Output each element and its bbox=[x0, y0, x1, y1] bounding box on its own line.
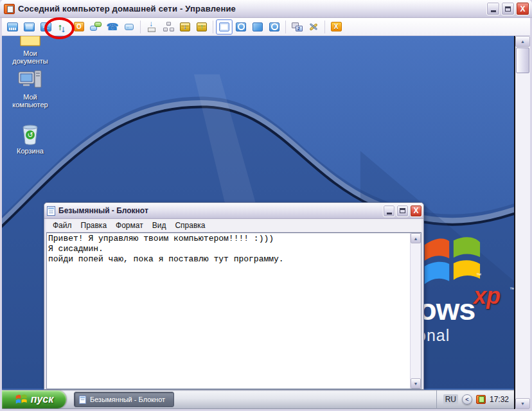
orange-x-icon: X bbox=[331, 22, 342, 31]
scrollbar-up-icon[interactable]: ▲ bbox=[515, 36, 530, 47]
app-toolbar: >_ ↑↓ O ☎ ↓ ↓ ↑ 2 X bbox=[2, 18, 530, 36]
menu-format[interactable]: Формат bbox=[112, 220, 147, 231]
view-vertical-scrollbar[interactable]: ▲ ▼ bbox=[515, 36, 530, 409]
message-bubble-icon bbox=[125, 24, 134, 30]
drop-to-box-icon: ↓ bbox=[147, 22, 156, 32]
dual-monitor-icon: 2 bbox=[292, 22, 303, 31]
chat-bubbles-icon bbox=[90, 22, 102, 31]
fullscreen-view-icon bbox=[253, 22, 263, 31]
svg-text:↺: ↺ bbox=[27, 131, 33, 139]
maximize-button[interactable] bbox=[501, 2, 515, 15]
taskbar-clock: 17:32 bbox=[490, 395, 509, 404]
remote-desktop-view[interactable]: ows ™ xp ™ onal Мои документы bbox=[2, 36, 515, 409]
stretch-view-icon bbox=[236, 22, 246, 31]
toolbar-separator bbox=[140, 21, 141, 33]
view-fullscreen-stretch-button[interactable] bbox=[266, 19, 283, 35]
desktop-icon-recycle-bin[interactable]: ↺ Корзина bbox=[6, 123, 55, 155]
computer-icon bbox=[6, 69, 55, 91]
scrollbar-down-icon[interactable]: ▼ bbox=[515, 398, 530, 409]
notepad-title: Безымянный - Блокнот bbox=[58, 206, 383, 215]
install-button[interactable]: ↓ bbox=[143, 19, 160, 35]
file-transfer-button[interactable]: ↑↓ bbox=[54, 19, 71, 35]
scroll-down-icon[interactable]: ▼ bbox=[411, 378, 421, 389]
upload-box-icon: ↑ bbox=[197, 22, 207, 31]
logo-text-fragment: ows bbox=[418, 292, 475, 327]
toolbar-separator bbox=[213, 21, 213, 33]
notepad-window: Безымянный - Блокнот X Файл Правка Форма… bbox=[44, 202, 424, 390]
app-titlebar[interactable]: Соседний компьютер домашней сети - Управ… bbox=[0, 0, 532, 18]
phone-icon: ☎ bbox=[107, 22, 119, 31]
network-nodes-icon bbox=[163, 22, 174, 31]
notepad-scrollbar[interactable]: ▲ ▼ bbox=[410, 233, 421, 389]
tools-wrench-icon bbox=[308, 22, 319, 31]
toolbar-separator bbox=[324, 21, 325, 33]
minimize-button[interactable] bbox=[486, 2, 500, 15]
logo-xp-text: xp bbox=[474, 283, 501, 310]
disconnect-button[interactable]: X bbox=[328, 19, 344, 35]
view-fullscreen-button[interactable] bbox=[249, 19, 266, 35]
view-stretch-button[interactable] bbox=[233, 19, 249, 35]
windows-flag-icon bbox=[15, 394, 28, 405]
monitor-icon bbox=[24, 22, 35, 31]
network-structure-button[interactable] bbox=[160, 19, 177, 35]
terminal-icon: >_ bbox=[40, 22, 51, 31]
options-button[interactable] bbox=[305, 19, 322, 35]
scrollbar-thumb[interactable] bbox=[516, 48, 529, 73]
menu-help[interactable]: Справка bbox=[171, 220, 209, 231]
remote-screen-view-button[interactable] bbox=[4, 19, 21, 35]
fullscreen-stretch-icon bbox=[269, 22, 279, 31]
menu-file[interactable]: Файл bbox=[49, 220, 76, 231]
recycle-bin-icon: ↺ bbox=[6, 123, 55, 145]
notepad-close-button[interactable]: X bbox=[410, 205, 422, 217]
download-box-icon: ↓ bbox=[180, 22, 190, 31]
notepad-minimize-button[interactable] bbox=[383, 205, 395, 217]
system-tray: RU < 17:32 bbox=[436, 390, 513, 409]
toolbar-separator bbox=[285, 21, 286, 33]
telnet-button[interactable]: >_ bbox=[37, 19, 54, 35]
send-message-button[interactable] bbox=[121, 19, 137, 35]
normal-view-icon bbox=[219, 22, 229, 31]
desktop-icon-my-computer[interactable]: Мой компьютер bbox=[6, 69, 55, 109]
chat-button[interactable] bbox=[87, 19, 104, 35]
radmin-app-icon bbox=[4, 4, 15, 14]
remote-control-app-window: Соседний компьютер домашней сети - Управ… bbox=[0, 0, 532, 411]
upload-button[interactable]: ↑ bbox=[193, 19, 210, 35]
notepad-icon bbox=[79, 396, 86, 404]
folder-icon bbox=[6, 36, 55, 48]
taskbar-item-notepad[interactable]: Безымянный - Блокнот bbox=[74, 392, 174, 407]
scroll-up-icon[interactable]: ▲ bbox=[411, 233, 421, 243]
remote-taskbar: пуск Безымянный - Блокнот RU < 17:32 bbox=[2, 390, 514, 409]
notepad-text-area[interactable]: Привет! Я управляю твоим компьютером!!!!… bbox=[47, 233, 410, 389]
menu-edit[interactable]: Правка bbox=[77, 220, 111, 231]
download-button[interactable]: ↓ bbox=[177, 19, 193, 35]
app-title: Соседний компьютер домашней сети - Управ… bbox=[18, 4, 486, 13]
notepad-titlebar[interactable]: Безымянный - Блокнот X bbox=[44, 203, 423, 219]
start-button[interactable]: пуск bbox=[2, 390, 66, 408]
blue-down-arrow-icon: ↓ bbox=[61, 24, 66, 33]
notepad-menubar: Файл Правка Формат Вид Справка bbox=[46, 219, 421, 232]
shutdown-button[interactable]: O bbox=[71, 19, 87, 35]
power-icon: O bbox=[74, 22, 84, 31]
monitors-button[interactable]: 2 bbox=[288, 19, 305, 35]
fullscreen-window-button[interactable] bbox=[21, 19, 37, 35]
view-normal-button[interactable] bbox=[216, 19, 233, 35]
desktop-icon-my-documents[interactable]: Мои документы bbox=[6, 36, 55, 65]
voice-chat-button[interactable]: ☎ bbox=[104, 19, 121, 35]
screen-keyboard-icon bbox=[7, 22, 18, 31]
notepad-icon bbox=[47, 206, 55, 216]
radmin-tray-icon[interactable] bbox=[476, 395, 486, 404]
menu-view[interactable]: Вид bbox=[148, 220, 170, 231]
taskbar-item-label: Безымянный - Блокнот bbox=[90, 396, 165, 403]
notepad-maximize-button[interactable] bbox=[396, 205, 409, 217]
language-indicator[interactable]: RU bbox=[443, 394, 458, 405]
tray-collapse-chevron-icon[interactable]: < bbox=[462, 394, 472, 405]
start-label: пуск bbox=[31, 394, 54, 405]
close-button[interactable]: X bbox=[516, 2, 529, 15]
